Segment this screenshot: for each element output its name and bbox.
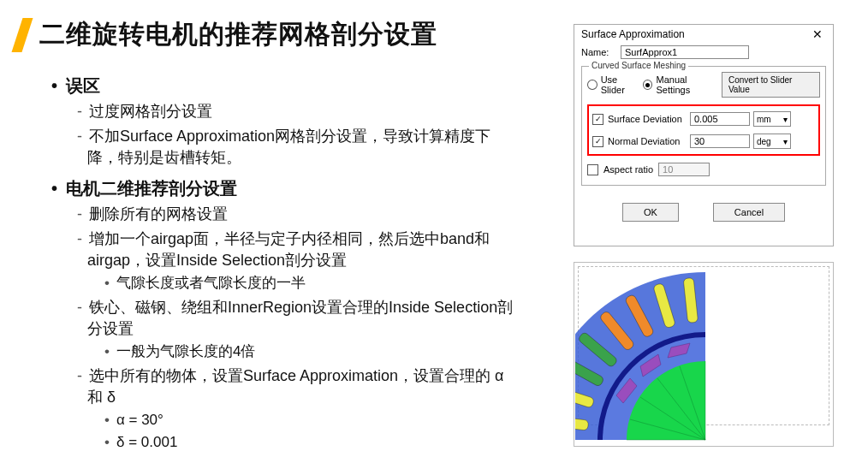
deviation-highlight: Surface Deviation mm ▾ Normal Deviation … — [587, 104, 820, 156]
sec2-item-2: 增加一个airgap面，半径与定子内径相同，然后选中band和airgap，设置… — [77, 229, 514, 271]
use-slider-label: Use Slider — [601, 74, 643, 95]
curved-surface-meshing-group: Curved Surface Meshing Use Slider Manual… — [581, 66, 826, 186]
surface-approximation-dialog: Surface Approximation ✕ Name: Curved Sur… — [574, 24, 834, 246]
surface-deviation-unit-select[interactable]: mm ▾ — [753, 111, 791, 127]
radio-icon — [643, 80, 653, 90]
sec2-item-3a: •一般为气隙长度的4倍 — [104, 341, 514, 362]
aspect-ratio-input — [658, 163, 710, 176]
manual-settings-label: Manual Settings — [656, 74, 721, 95]
sec2-item-1: 删除所有的网格设置 — [77, 204, 514, 225]
sec2-item-4a: •α = 30° — [104, 410, 514, 430]
aspect-ratio-label: Aspect ratio — [603, 164, 653, 175]
cancel-button[interactable]: Cancel — [713, 203, 785, 222]
sec1-item-1: 过度网格剖分设置 — [77, 101, 514, 122]
dialog-buttons: OK Cancel — [574, 203, 833, 222]
section-1-head: •误区 — [51, 74, 514, 98]
use-slider-radio[interactable]: Use Slider — [587, 74, 643, 95]
accent-bar — [12, 18, 33, 52]
mode-radio-row: Use Slider Manual Settings Convert to Sl… — [587, 72, 820, 98]
unit-value: deg — [757, 137, 771, 146]
sec2-item-3: 铁心、磁钢、绕组和InnerRegion设置合理的Inside Selectio… — [77, 297, 514, 340]
convert-button[interactable]: Convert to Slider Value — [722, 72, 820, 98]
slide: 二维旋转电机的推荐网格剖分设置 •误区 过度网格剖分设置 不加Surface A… — [0, 0, 868, 463]
dialog-title: Surface Approximation — [581, 28, 685, 40]
close-icon[interactable]: ✕ — [809, 28, 826, 40]
motor-mesh-figure — [574, 262, 834, 447]
section-2-head: •电机二维推荐剖分设置 — [51, 176, 514, 200]
aspect-ratio-row: Aspect ratio — [587, 163, 820, 176]
chevron-down-icon: ▾ — [783, 137, 788, 146]
surface-deviation-checkbox[interactable] — [592, 114, 603, 125]
slide-title: 二维旋转电机的推荐网格剖分设置 — [39, 17, 437, 52]
ok-button[interactable]: OK — [622, 203, 679, 222]
name-label: Name: — [581, 47, 621, 57]
sec2-item-2a: •气隙长度或者气隙长度的一半 — [104, 273, 514, 294]
sec2-item-4b: •δ = 0.001 — [104, 432, 514, 453]
name-input[interactable] — [621, 45, 749, 59]
normal-deviation-input[interactable] — [690, 134, 750, 148]
sec2-item-4: 选中所有的物体，设置Surface Approximation，设置合理的 α … — [77, 365, 514, 408]
normal-deviation-checkbox[interactable] — [592, 136, 603, 147]
radio-icon — [587, 80, 597, 90]
surface-deviation-input[interactable] — [690, 112, 750, 126]
fieldset-legend: Curved Surface Meshing — [589, 61, 688, 70]
aspect-ratio-checkbox[interactable] — [587, 164, 598, 175]
name-row: Name: — [574, 44, 833, 61]
surface-deviation-label: Surface Deviation — [608, 114, 687, 124]
normal-deviation-unit-select[interactable]: deg ▾ — [753, 134, 791, 149]
motor-mesh-svg — [575, 264, 832, 443]
unit-value: mm — [757, 115, 771, 124]
dialog-titlebar: Surface Approximation ✕ — [574, 25, 833, 44]
normal-deviation-label: Normal Deviation — [608, 136, 687, 146]
chevron-down-icon: ▾ — [783, 115, 788, 124]
body-content: •误区 过度网格剖分设置 不加Surface Approximation网格剖分… — [51, 67, 514, 453]
sec1-item-2: 不加Surface Approximation网格剖分设置，导致计算精度下降，特… — [77, 126, 514, 169]
title-row: 二维旋转电机的推荐网格剖分设置 — [17, 17, 437, 52]
manual-settings-radio[interactable]: Manual Settings — [643, 74, 722, 95]
